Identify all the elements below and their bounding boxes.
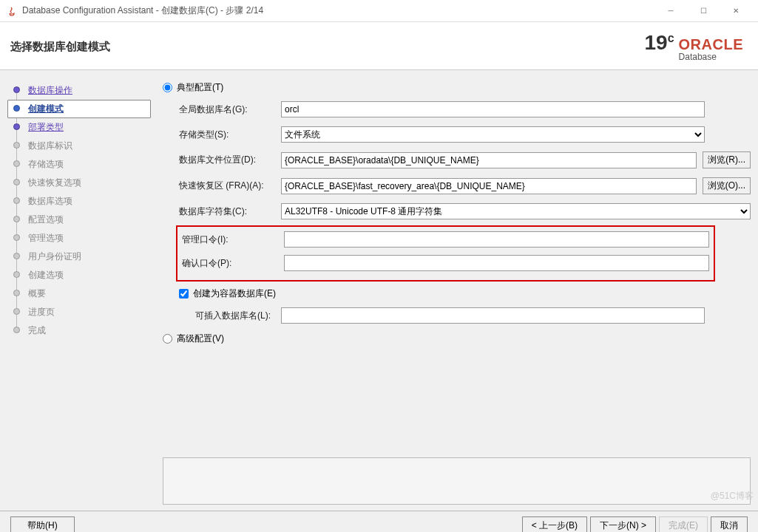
step-item-11: 概要 [7, 284, 151, 303]
storage-type-label: 存储类型(S): [179, 129, 275, 141]
cdb-checkbox-row[interactable]: 创建为容器数据库(E) [179, 287, 751, 300]
step-item-9: 用户身份证明 [7, 248, 151, 266]
step-link[interactable]: 数据库操作 [28, 85, 72, 95]
step-link: 管理选项 [28, 233, 64, 243]
password-highlight-box: 管理口令(I): 确认口令(P): [176, 225, 715, 282]
confirm-password-label: 确认口令(P): [182, 257, 278, 270]
step-link[interactable]: 部署类型 [28, 122, 64, 132]
admin-password-label: 管理口令(I): [182, 233, 278, 246]
step-link: 数据库标识 [28, 140, 72, 151]
step-item-12: 进度页 [7, 303, 151, 321]
dbfiles-input[interactable] [281, 152, 697, 168]
finish-button: 完成(E) [659, 516, 708, 532]
step-dot-icon [13, 123, 20, 130]
step-dot-icon [13, 179, 20, 185]
maximize-button[interactable]: ☐ [687, 1, 720, 21]
back-button[interactable]: < 上一步(B) [522, 516, 587, 532]
storage-type-select[interactable]: 文件系统 [281, 126, 705, 143]
dbfiles-label: 数据库文件位置(D): [179, 154, 275, 166]
footer: 帮助(H) < 上一步(B) 下一步(N) > 完成(E) 取消 [0, 511, 758, 532]
step-item-8: 管理选项 [7, 229, 151, 248]
step-link: 进度页 [28, 307, 55, 317]
step-link[interactable]: 创建模式 [28, 103, 64, 114]
oracle-logo: ORACLE [679, 36, 743, 53]
close-button[interactable]: ✕ [720, 1, 752, 21]
step-dot-icon [13, 271, 20, 278]
global-db-label: 全局数据库名(G): [179, 103, 275, 116]
step-dot-icon [13, 253, 20, 259]
step-item-5: 快速恢复选项 [7, 174, 151, 192]
step-dot-icon [13, 308, 20, 315]
charset-select[interactable]: AL32UTF8 - Unicode UTF-8 通用字符集 [281, 203, 751, 219]
cancel-button[interactable]: 取消 [711, 516, 748, 532]
step-item-6: 数据库选项 [7, 192, 151, 211]
pdb-label: 可插入数据库名(L): [195, 310, 275, 322]
step-dot-icon [13, 234, 20, 241]
step-dot-icon [13, 142, 20, 149]
fra-label: 快速恢复区 (FRA)(A): [179, 180, 275, 192]
step-dot-icon [13, 327, 20, 333]
browse-dbfiles-button[interactable]: 浏览(R)... [703, 151, 751, 168]
java-icon [6, 5, 18, 17]
step-item-10: 创建选项 [7, 266, 151, 284]
step-link: 数据库选项 [28, 196, 72, 206]
step-item-1[interactable]: 创建模式 [7, 100, 151, 118]
header: 选择数据库创建模式 19c ORACLE Database [0, 22, 758, 70]
window-title: Database Configuration Assistant - 创建数据库… [22, 4, 654, 17]
minimize-button[interactable]: ─ [654, 1, 687, 21]
step-item-4: 存储选项 [7, 155, 151, 174]
step-dot-icon [13, 197, 20, 204]
step-link: 创建选项 [28, 270, 64, 280]
pdb-input[interactable] [281, 307, 705, 324]
step-link: 用户身份证明 [28, 251, 81, 262]
global-db-input[interactable] [281, 101, 705, 117]
message-area [163, 457, 751, 505]
step-item-0[interactable]: 数据库操作 [7, 81, 151, 100]
step-dot-icon [13, 160, 20, 167]
step-item-3: 数据库标识 [7, 137, 151, 155]
cdb-checkbox[interactable] [179, 289, 189, 299]
fra-input[interactable] [281, 178, 697, 194]
confirm-password-input[interactable] [284, 255, 709, 271]
step-dot-icon [13, 216, 20, 222]
step-item-7: 配置选项 [7, 211, 151, 229]
step-link: 配置选项 [28, 214, 64, 225]
page-title: 选择数据库创建模式 [10, 40, 644, 54]
step-dot-icon [13, 86, 20, 93]
oracle-brand: 19c ORACLE Database [644, 31, 743, 62]
step-link: 完成 [28, 325, 46, 335]
step-link: 存储选项 [28, 159, 64, 169]
admin-password-input[interactable] [284, 231, 709, 248]
step-link: 概要 [28, 288, 46, 299]
help-button[interactable]: 帮助(H) [10, 516, 75, 532]
browse-fra-button[interactable]: 浏览(O)... [703, 177, 751, 194]
content-area: 典型配置(T) 全局数据库名(G): 存储类型(S): 文件系统 数 [155, 70, 758, 511]
typical-config-radio[interactable]: 典型配置(T) [163, 81, 751, 94]
step-sidebar: 数据库操作创建模式部署类型数据库标识存储选项快速恢复选项数据库选项配置选项管理选… [0, 70, 155, 511]
title-bar: Database Configuration Assistant - 创建数据库… [0, 0, 758, 22]
next-button[interactable]: 下一步(N) > [590, 516, 656, 532]
step-item-13: 完成 [7, 321, 151, 340]
step-dot-icon [13, 290, 20, 296]
advanced-config-radio[interactable]: 高级配置(V) [163, 332, 751, 345]
step-item-2[interactable]: 部署类型 [7, 118, 151, 137]
charset-label: 数据库字符集(C): [179, 205, 275, 218]
step-link: 快速恢复选项 [28, 177, 81, 188]
step-dot-icon [13, 105, 20, 112]
